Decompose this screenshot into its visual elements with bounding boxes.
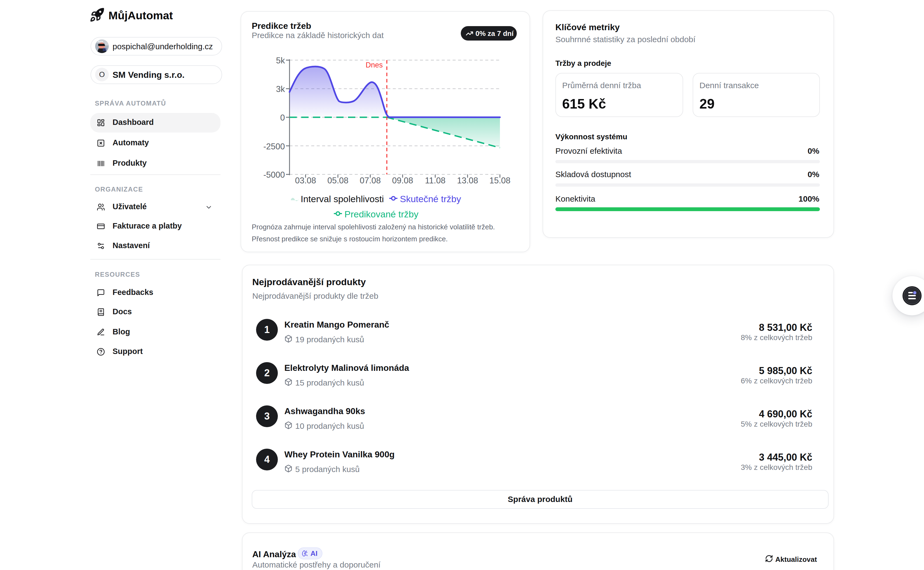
svg-text:09.08: 09.08	[392, 176, 413, 185]
svg-text:05.08: 05.08	[327, 176, 348, 185]
svg-text:15.08: 15.08	[489, 176, 510, 185]
svg-text:Dnes: Dnes	[366, 61, 383, 69]
svg-text:-5000: -5000	[263, 170, 285, 179]
svg-text:5k: 5k	[276, 56, 285, 65]
svg-text:07.08: 07.08	[360, 176, 381, 185]
svg-text:13.08: 13.08	[457, 176, 478, 185]
svg-text:11.08: 11.08	[425, 176, 445, 185]
svg-text:-2500: -2500	[263, 142, 285, 151]
svg-text:3k: 3k	[276, 84, 285, 94]
svg-text:03.08: 03.08	[295, 176, 316, 185]
svg-text:0: 0	[280, 113, 285, 123]
